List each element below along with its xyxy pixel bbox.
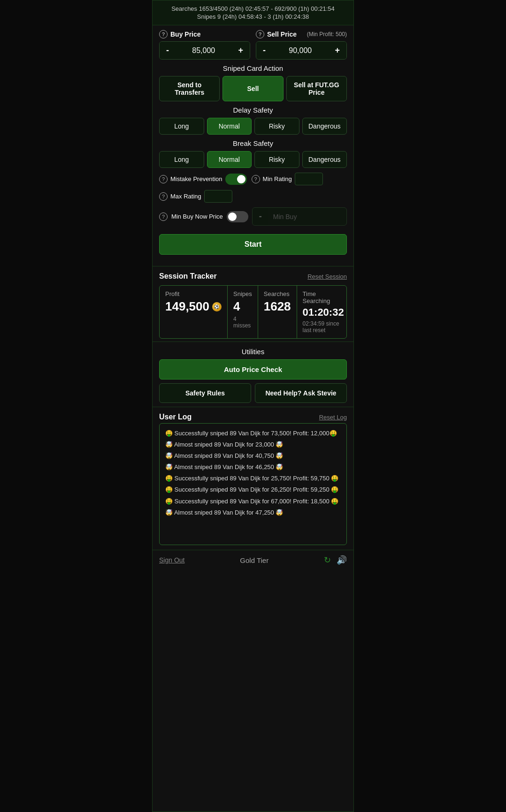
min-rating-input[interactable] xyxy=(295,173,323,185)
min-buy-minus-btn[interactable]: - xyxy=(253,208,268,225)
snipes-status: Snipes 9 (24h) 04:58:43 - 3 (1h) 00:24:3… xyxy=(157,13,349,20)
util-row: Safety Rules Need Help? Ask Stevie xyxy=(159,383,347,403)
min-rating-control: ? Min Rating xyxy=(252,173,323,185)
min-buy-now-help-icon[interactable]: ? xyxy=(159,212,168,221)
app-container: Searches 1653/4500 (24h) 02:45:57 - 692/… xyxy=(152,0,354,812)
snipes-value: 4 xyxy=(233,299,252,314)
log-area: 🤑 Successfully sniped 89 Van Dijk for 73… xyxy=(159,423,347,545)
profit-value: 149,500 ⚽ xyxy=(165,299,222,314)
break-risky-btn[interactable]: Risky xyxy=(254,151,299,168)
delay-safety-options: Long Normal Risky Dangerous xyxy=(159,118,347,135)
sell-price-group: ? Sell Price (Min Profit: 500) - 90,000 … xyxy=(256,30,347,60)
buy-price-value: 85,000 xyxy=(176,46,231,55)
sell-price-input-row: - 90,000 + xyxy=(256,41,347,60)
auto-price-check-btn[interactable]: Auto Price Check xyxy=(159,359,347,379)
delay-safety-title: Delay Safety xyxy=(159,106,347,114)
sell-price-plus-btn[interactable]: + xyxy=(328,42,346,59)
log-entry: 🤯 Almost sniped 89 Van Dijk for 47,250 🤯 xyxy=(165,508,341,518)
min-buy-input[interactable] xyxy=(268,209,347,224)
break-dangerous-btn[interactable]: Dangerous xyxy=(302,151,347,168)
mistake-prevention-toggle[interactable] xyxy=(225,174,247,185)
buy-price-group: ? Buy Price - 85,000 + xyxy=(159,30,250,60)
log-entry: 🤑 Successfully sniped 89 Van Dijk for 73… xyxy=(165,428,341,439)
log-entry: 🤯 Almost sniped 89 Van Dijk for 40,750 🤯 xyxy=(165,451,341,461)
sell-price-value: 90,000 xyxy=(272,46,328,55)
user-log-title: User Log xyxy=(159,413,192,421)
mistake-prevention-label: Mistake Prevention xyxy=(170,175,222,182)
divider-3 xyxy=(153,407,353,407)
sign-out-link[interactable]: Sign Out xyxy=(159,556,184,564)
sound-icon[interactable]: 🔊 xyxy=(337,555,347,565)
snipes-label: Snipes xyxy=(233,290,252,297)
min-profit-label: (Min Profit: 500) xyxy=(307,31,347,38)
break-normal-btn[interactable]: Normal xyxy=(207,151,252,168)
max-rating-label: Max Rating xyxy=(170,193,201,200)
user-log-header: User Log Reset Log xyxy=(153,409,353,423)
sniped-card-action-title: Sniped Card Action xyxy=(159,64,347,72)
send-to-transfers-btn[interactable]: Send to Transfers xyxy=(159,76,220,101)
snipes-sub: 4 misses xyxy=(233,316,252,329)
buy-price-minus-btn[interactable]: - xyxy=(160,42,176,59)
max-rating-help-icon[interactable]: ? xyxy=(159,192,168,201)
max-rating-input[interactable] xyxy=(204,190,232,203)
buy-price-input-row: - 85,000 + xyxy=(159,41,250,60)
need-help-btn[interactable]: Need Help? Ask Stevie xyxy=(255,383,347,403)
profit-cell: Profit 149,500 ⚽ xyxy=(160,286,228,338)
reset-session-link[interactable]: Reset Session xyxy=(307,273,347,280)
min-rating-help-icon[interactable]: ? xyxy=(252,175,260,183)
time-searching-label: Time Searching xyxy=(303,290,344,304)
footer: Sign Out Gold Tier ↻ 🔊 xyxy=(153,550,353,570)
sell-price-minus-btn[interactable]: - xyxy=(256,42,272,59)
footer-icons: ↻ 🔊 xyxy=(324,555,347,565)
log-entry: 🤑 Successfully sniped 89 Van Dijk for 67… xyxy=(165,496,341,507)
time-searching-sub: 02:34:59 since last reset xyxy=(303,320,344,334)
log-entry: 🤑 Successfully sniped 89 Van Dijk for 26… xyxy=(165,485,341,495)
min-rating-label: Min Rating xyxy=(263,175,292,182)
refresh-icon[interactable]: ↻ xyxy=(324,555,331,565)
break-safety-title: Break Safety xyxy=(159,139,347,147)
buy-price-plus-btn[interactable]: + xyxy=(231,42,250,59)
delay-long-btn[interactable]: Long xyxy=(159,118,204,135)
sell-price-label: ? Sell Price (Min Profit: 500) xyxy=(256,30,347,38)
session-tracker-title: Session Tracker xyxy=(159,272,217,281)
mistake-prevention-help-icon[interactable]: ? xyxy=(159,175,168,183)
stats-grid: Profit 149,500 ⚽ Snipes 4 4 misses Searc… xyxy=(159,285,347,339)
session-tracker-header: Session Tracker Reset Session xyxy=(153,268,353,282)
price-section: ? Buy Price - 85,000 + ? Sell Price (Min… xyxy=(153,25,353,264)
profit-label: Profit xyxy=(165,290,222,297)
buy-price-label: ? Buy Price xyxy=(159,30,250,38)
log-entry: 🤯 Almost sniped 89 Van Dijk for 23,000 🤯 xyxy=(165,440,341,450)
sniped-card-action-buttons: Send to Transfers Sell Sell at FUT.GG Pr… xyxy=(159,76,347,101)
break-safety-options: Long Normal Risky Dangerous xyxy=(159,151,347,168)
break-long-btn[interactable]: Long xyxy=(159,151,204,168)
snipes-cell: Snipes 4 4 misses xyxy=(228,286,258,338)
searches-cell: Searches 1628 xyxy=(258,286,297,338)
delay-dangerous-btn[interactable]: Dangerous xyxy=(302,118,347,135)
delay-risky-btn[interactable]: Risky xyxy=(254,118,299,135)
min-buy-now-row: ? Min Buy Now Price - + xyxy=(159,207,347,226)
min-buy-now-label: Min Buy Now Price xyxy=(171,213,223,220)
time-searching-value: 01:20:32 xyxy=(303,306,344,319)
sell-price-help-icon[interactable]: ? xyxy=(256,30,264,38)
coin-icon: ⚽ xyxy=(212,302,222,311)
sell-btn[interactable]: Sell xyxy=(222,76,283,101)
mistake-prevention-control: ? Mistake Prevention xyxy=(159,174,247,185)
sell-at-futgg-btn[interactable]: Sell at FUT.GG Price xyxy=(286,76,347,101)
start-button[interactable]: Start xyxy=(159,234,347,255)
safety-rules-btn[interactable]: Safety Rules xyxy=(159,383,251,403)
time-searching-cell: Time Searching 01:20:32 02:34:59 since l… xyxy=(297,286,347,338)
top-bar: Searches 1653/4500 (24h) 02:45:57 - 692/… xyxy=(153,0,353,25)
buy-price-help-icon[interactable]: ? xyxy=(159,30,168,38)
reset-log-link[interactable]: Reset Log xyxy=(319,414,347,421)
min-buy-now-input-row: - + xyxy=(252,207,347,226)
tier-label: Gold Tier xyxy=(240,556,268,564)
divider-1 xyxy=(153,266,353,266)
delay-normal-btn[interactable]: Normal xyxy=(207,118,252,135)
price-row: ? Buy Price - 85,000 + ? Sell Price (Min… xyxy=(159,30,347,60)
max-rating-control: ? Max Rating xyxy=(159,190,232,203)
log-entry: 🤑 Successfully sniped 89 Van Dijk for 25… xyxy=(165,473,341,484)
searches-status: Searches 1653/4500 (24h) 02:45:57 - 692/… xyxy=(157,5,349,12)
utilities-title: Utilities xyxy=(153,348,353,356)
min-buy-now-toggle[interactable] xyxy=(227,211,248,222)
log-entry: 🤯 Almost sniped 89 Van Dijk for 46,250 🤯 xyxy=(165,462,341,472)
